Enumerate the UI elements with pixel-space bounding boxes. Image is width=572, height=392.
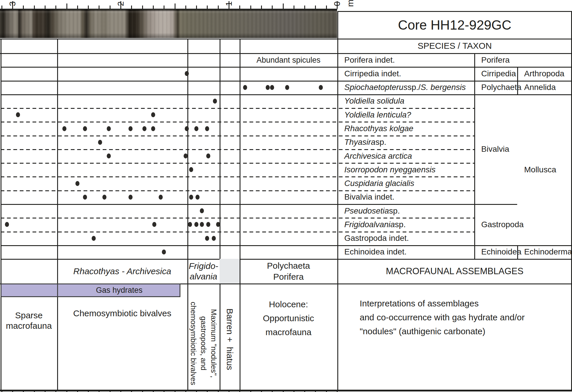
species-name-roman-part: sp.: [375, 138, 386, 147]
taxon-cell-gastropoda: Gastropoda: [478, 204, 517, 245]
ruler-tick: [294, 6, 294, 9]
occurrence-dot: [285, 85, 289, 90]
species-name-roman-part: sp.: [389, 206, 400, 216]
occurrence-dot: [75, 181, 79, 186]
interpretation-text: Interpretations of assemblages and co-oc…: [360, 297, 525, 338]
occurrence-dot: [62, 126, 66, 131]
taxon-cell-bivalvia: Bivalvia: [478, 94, 517, 204]
assemblage-frigidoalvania: Frigido- alvania: [187, 259, 220, 283]
occurrence-dot: [196, 195, 200, 200]
taxon-cell-arthropoda: Arthropoda: [521, 67, 572, 80]
core-photo-strip: [0, 10, 337, 38]
zone-barren-hiatus-vertical: Barren + hiatus: [220, 297, 240, 381]
species-name: Yoldiella lenticula?: [341, 108, 474, 122]
zone-nodules-line3: chemosymbiotic bivalves: [188, 302, 198, 385]
core-occurrence-figure: 3210m Porifera indet.Cirripedia indet.Sp…: [0, 0, 572, 392]
ruler-tick: [66, 3, 67, 9]
ruler-tick: [207, 6, 208, 9]
ruler-tick: [77, 6, 78, 9]
ruler-tick: [272, 6, 273, 9]
species-name: Cirripedia indet.: [341, 67, 474, 80]
species-name-italic-part: Cuspidaria glacialis: [344, 179, 414, 188]
species-name: Gastropoda indet.: [341, 232, 474, 245]
species-name: Bivalvia indet.: [341, 190, 474, 204]
occurrence-dot: [212, 236, 216, 241]
species-name-italic-part: Yoldiella solidula: [344, 96, 404, 106]
taxon-cell-cirripedia: Cirripedia: [478, 67, 517, 80]
species-name-roman-part: sp.: [395, 220, 406, 229]
zone-nodules-line2: gastropods, and: [198, 302, 209, 385]
species-name-roman-part: Echinoidea indet.: [344, 247, 407, 256]
zone-sparse-line1: Sparse: [15, 310, 43, 321]
ruler-tick: [110, 6, 111, 9]
species-name-italic-part: S. bergensis: [421, 83, 466, 92]
species-name-italic-part: Archivesica arctica: [344, 151, 412, 161]
ruler-tick: [88, 6, 89, 9]
interpretation-line2: and co-occurrence with gas hydrate and/o…: [360, 310, 525, 324]
ruler-label-0: 0: [333, 0, 341, 8]
ruler-tick: [315, 6, 316, 9]
ruler-label-1: 1: [225, 0, 233, 8]
occurrence-dot: [142, 126, 146, 131]
interpretation-line1: Interpretations of assemblages: [360, 297, 525, 310]
assemblage-frigidoalvania-line2: alvania: [190, 271, 217, 281]
taxon-cell-annelida: Annelida: [521, 81, 572, 94]
ruler-tick: [23, 6, 24, 9]
occurrence-dot: [189, 195, 193, 200]
species-name: Rhacothyas kolgae: [341, 122, 474, 135]
occurrence-dot: [152, 222, 156, 227]
occurrence-dot: [213, 99, 217, 104]
ruler-tick: [164, 6, 164, 9]
ruler-tick: [239, 6, 240, 9]
zone-barren-hiatus-text: Barren + hiatus: [224, 308, 236, 370]
gas-hydrates-label: Gas hydrates: [58, 283, 180, 297]
species-name-roman-part: Bivalvia indet.: [344, 192, 394, 202]
zone-nodules-vertical: Maximum "nodules", gastropods, and chemo…: [187, 297, 220, 390]
ruler-tick: [218, 6, 219, 9]
occurrence-dot: [188, 222, 192, 227]
taxon-class-column-line: [474, 53, 475, 259]
species-name-italic-part: Thyasira: [344, 138, 375, 147]
species-name: Spiochaetopterus sp./S. bergensis: [341, 81, 474, 94]
occurrence-dot: [107, 153, 111, 158]
species-taxon-header: SPECIES / TAXON: [337, 39, 572, 53]
species-name: Yoldiella solidula: [341, 94, 474, 108]
occurrence-dot: [189, 167, 193, 172]
species-name: Frigidoalvania sp.: [341, 218, 474, 231]
abundant-spicules-note: Abundant spicules: [240, 53, 337, 67]
occurrence-dot: [184, 153, 188, 158]
occurrence-dot: [205, 236, 209, 241]
ruler-tick: [326, 6, 327, 9]
zone-sparse-line2: macrofauna: [6, 321, 52, 331]
assemblage-rhacothyas-archivesica: Rhacothyas - Archivesica: [57, 259, 187, 283]
species-name: Thyasira sp.: [341, 136, 474, 149]
assemblage-frigidoalvania-line1: Frigido-: [189, 261, 218, 271]
zone-chemosymbiotic-bivalves: Chemosymbiotic bivalves: [57, 306, 187, 321]
species-name: Echinoidea indet.: [341, 245, 474, 259]
occurrence-dot: [319, 85, 323, 90]
bottom-border-line: [0, 390, 572, 391]
zone-sparse-macrofauna: Sparse macrofauna: [1, 305, 57, 337]
occurrence-dot: [128, 126, 133, 131]
ruler-tick: [1, 6, 2, 9]
ruler-tick: [99, 6, 99, 9]
ruler-tick: [175, 3, 175, 9]
species-name-italic-part: Rhacothyas kolgae: [344, 124, 413, 133]
occurrence-dot: [16, 112, 20, 117]
ruler-tick: [185, 6, 186, 9]
ruler-tick: [283, 3, 284, 9]
occurrence-dot: [200, 222, 204, 227]
species-name-roman-part: Cirripedia indet.: [344, 69, 401, 78]
barren-hiatus-shaded-cell: [220, 259, 240, 283]
ruler-tick: [261, 6, 262, 9]
occurrence-dot: [151, 126, 155, 131]
species-name: Pseudosetia sp.: [341, 204, 474, 218]
occurrence-dot: [205, 126, 209, 131]
species-name: Archivesica arctica: [341, 149, 474, 163]
occurrence-dot: [194, 126, 198, 131]
figure-title: Core HH12-929GC: [337, 11, 572, 39]
zone-holocene: Holocene: Opportunistic macrofauna: [240, 297, 337, 339]
ruler-tick: [131, 6, 132, 9]
ruler-unit-label: m: [346, 0, 355, 8]
zone-holocene-line1: Holocene:: [269, 297, 308, 311]
